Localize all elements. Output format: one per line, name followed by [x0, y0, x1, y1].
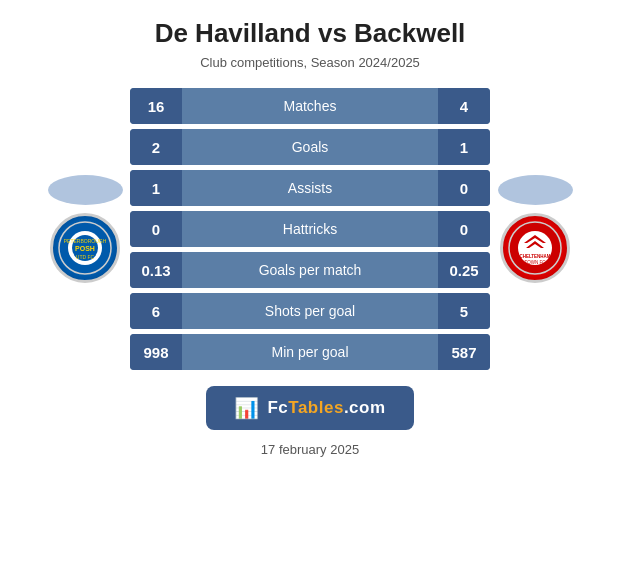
peterborough-logo: POSH PETERBOROUGH UTD FC — [50, 213, 120, 283]
cheltenham-logo-svg: CHELTENHAM TOWN FC — [508, 221, 562, 275]
stat-left-value: 0 — [130, 211, 182, 247]
stat-left-value: 6 — [130, 293, 182, 329]
stat-row: 6Shots per goal5 — [130, 293, 490, 329]
cheltenham-logo: CHELTENHAM TOWN FC — [500, 213, 570, 283]
stats-table: 16Matches42Goals11Assists00Hattricks00.1… — [130, 88, 490, 370]
right-team-logo-area: CHELTENHAM TOWN FC — [490, 175, 580, 283]
stat-right-value: 4 — [438, 88, 490, 124]
stat-label: Shots per goal — [182, 303, 438, 319]
stat-right-value: 587 — [438, 334, 490, 370]
stat-left-value: 0.13 — [130, 252, 182, 288]
stat-row: 0.13Goals per match0.25 — [130, 252, 490, 288]
peterborough-logo-svg: POSH PETERBOROUGH UTD FC — [58, 221, 112, 275]
stat-left-value: 16 — [130, 88, 182, 124]
match-subtitle: Club competitions, Season 2024/2025 — [200, 55, 420, 70]
right-oval-decoration — [498, 175, 573, 205]
svg-text:POSH: POSH — [75, 245, 95, 252]
match-date: 17 february 2025 — [261, 442, 359, 457]
main-area: POSH PETERBOROUGH UTD FC 16Matches42Goal… — [10, 88, 610, 370]
fctables-banner[interactable]: 📊 FcTables.com — [206, 386, 413, 430]
stat-left-value: 1 — [130, 170, 182, 206]
stat-label: Min per goal — [182, 344, 438, 360]
stat-left-value: 998 — [130, 334, 182, 370]
left-oval-decoration — [48, 175, 123, 205]
stat-right-value: 0 — [438, 211, 490, 247]
fctables-icon: 📊 — [234, 396, 259, 420]
stat-right-value: 0.25 — [438, 252, 490, 288]
fctables-label: FcTables.com — [267, 398, 385, 418]
stat-row: 0Hattricks0 — [130, 211, 490, 247]
stat-row: 1Assists0 — [130, 170, 490, 206]
stat-label: Goals per match — [182, 262, 438, 278]
stat-row: 2Goals1 — [130, 129, 490, 165]
stat-label: Goals — [182, 139, 438, 155]
match-title: De Havilland vs Backwell — [155, 18, 466, 49]
stat-label: Assists — [182, 180, 438, 196]
left-team-logo-area: POSH PETERBOROUGH UTD FC — [40, 175, 130, 283]
stat-right-value: 0 — [438, 170, 490, 206]
svg-text:CHELTENHAM: CHELTENHAM — [519, 254, 550, 259]
svg-text:PETERBOROUGH: PETERBOROUGH — [64, 238, 107, 244]
stat-row: 998Min per goal587 — [130, 334, 490, 370]
stat-row: 16Matches4 — [130, 88, 490, 124]
svg-text:UTD FC: UTD FC — [76, 254, 95, 260]
stat-right-value: 5 — [438, 293, 490, 329]
stat-right-value: 1 — [438, 129, 490, 165]
svg-text:TOWN FC: TOWN FC — [525, 260, 547, 265]
page-container: De Havilland vs Backwell Club competitio… — [0, 0, 620, 580]
stat-label: Matches — [182, 98, 438, 114]
stat-label: Hattricks — [182, 221, 438, 237]
stat-left-value: 2 — [130, 129, 182, 165]
